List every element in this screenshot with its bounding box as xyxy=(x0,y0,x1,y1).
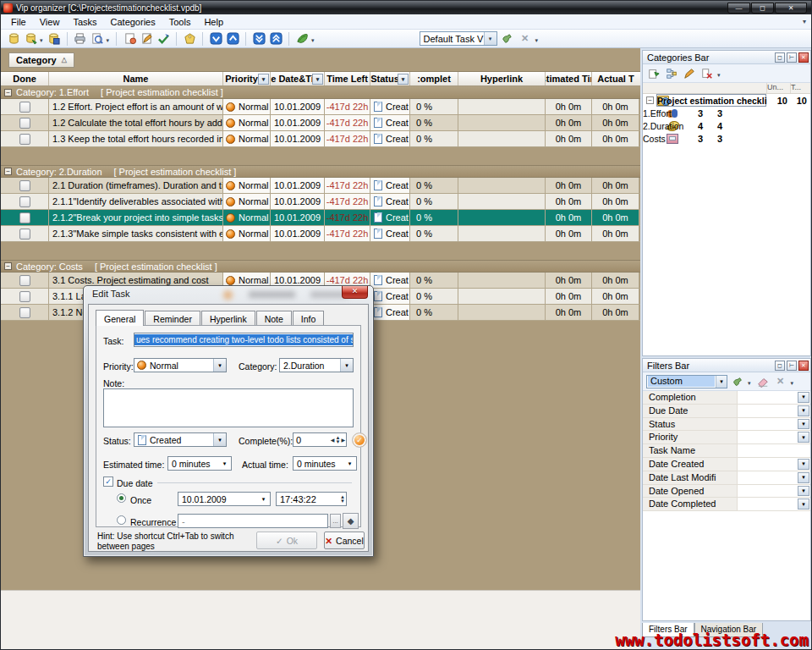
group-header[interactable]: −Category: 2.Duration[ Project estimatio… xyxy=(1,165,640,178)
collapse-group-icon[interactable]: − xyxy=(4,89,12,96)
once-radio[interactable] xyxy=(117,493,126,503)
new-task-icon[interactable] xyxy=(122,31,137,47)
expand-all-icon[interactable] xyxy=(251,31,266,47)
new-todo-list-icon[interactable] xyxy=(646,66,661,81)
status-dropdown-icon[interactable]: ▾ xyxy=(213,433,226,446)
filter-value[interactable] xyxy=(738,458,797,471)
clear-view-icon[interactable]: ✕ xyxy=(518,31,533,47)
task-input[interactable]: ues recommend creating two-level todo li… xyxy=(134,333,354,347)
menu-tasks[interactable]: Tasks xyxy=(66,15,103,29)
cancel-button[interactable]: ✕ Cancel xyxy=(324,532,365,549)
filter-dropdown-icon[interactable]: ▾ xyxy=(798,459,809,470)
filter-value[interactable] xyxy=(738,498,797,510)
collapse-group-icon[interactable]: − xyxy=(4,262,12,270)
filter-value[interactable] xyxy=(738,405,797,417)
due-date-filter-icon[interactable]: ▾ xyxy=(312,74,323,85)
task-view-combo[interactable]: Default Task V ▾ xyxy=(420,31,497,46)
task-row[interactable]: 1.3 Keep the total effort hours recorded… xyxy=(1,131,640,147)
view-combo-overflow-icon[interactable]: ▾ xyxy=(535,37,539,44)
status-combo[interactable]: Created ▾ xyxy=(134,432,227,447)
column-time-left[interactable]: Time Left xyxy=(325,72,370,85)
priority-dropdown-icon[interactable]: ▾ xyxy=(213,359,226,372)
recurrence-diamond-icon[interactable]: ◆ xyxy=(343,513,359,529)
menu-view[interactable]: View xyxy=(33,15,67,29)
task-checkbox[interactable] xyxy=(19,212,30,223)
categories-pin-icon[interactable]: ⊢ xyxy=(787,52,797,63)
new-category-icon[interactable] xyxy=(664,66,679,81)
print-icon[interactable] xyxy=(73,31,88,47)
complete-down-icon[interactable]: ▼ xyxy=(335,440,340,444)
collapse-tree-icon[interactable]: − xyxy=(646,96,654,104)
column-total[interactable]: T... xyxy=(790,83,810,93)
due-date-dropdown-icon[interactable]: ▾ xyxy=(257,493,270,505)
filter-dropdown-icon[interactable]: ▾ xyxy=(798,499,809,510)
open-database-icon[interactable] xyxy=(23,31,38,47)
complete-task-icon[interactable] xyxy=(156,31,171,47)
task-row[interactable]: 1.2 Effort. Project effort is an amount … xyxy=(1,99,640,115)
filters-pin-icon[interactable]: ⊢ xyxy=(787,361,797,371)
time-down-icon[interactable]: ▼ xyxy=(340,499,345,504)
task-checkbox[interactable] xyxy=(19,102,30,113)
column-priority[interactable]: Priority▾ xyxy=(223,72,271,85)
save-database-icon[interactable] xyxy=(47,31,62,47)
category-combo[interactable]: 2.Duration ▾ xyxy=(279,358,354,372)
recurrence-browse-button[interactable]: ... xyxy=(330,514,341,528)
filters-toolbar-overflow-icon[interactable]: ▾ xyxy=(791,380,794,387)
complete-left-icon[interactable]: ◀ xyxy=(331,437,335,443)
menu-tools[interactable]: Tools xyxy=(162,15,198,29)
filter-value[interactable] xyxy=(738,418,797,431)
category-tree-item[interactable]: 2.Duration44 xyxy=(643,119,810,132)
task-checkbox[interactable] xyxy=(19,118,30,129)
filter-value[interactable] xyxy=(738,444,810,457)
collapse-group-icon[interactable]: − xyxy=(4,168,12,175)
apply-filter-icon[interactable] xyxy=(730,374,745,389)
view-mode-icon[interactable] xyxy=(294,31,310,47)
task-row[interactable]: 2.1 Duration (timeframes). Duration and … xyxy=(1,178,640,194)
column-complete[interactable]: :omplet xyxy=(410,72,458,85)
category-tree-item[interactable]: −Project estimation checkli1010 xyxy=(643,94,810,107)
move-up-icon[interactable] xyxy=(225,31,240,47)
filter-dropdown-icon[interactable]: ▾ xyxy=(798,419,809,430)
restore-button[interactable]: ◻ xyxy=(751,3,774,14)
tab-general[interactable]: General xyxy=(96,310,144,326)
category-dropdown-icon[interactable]: ▾ xyxy=(340,359,353,372)
category-tree-item[interactable]: Costs33 xyxy=(643,132,810,145)
task-checkbox[interactable] xyxy=(19,291,30,302)
categories-toolbar-overflow-icon[interactable]: ▾ xyxy=(717,72,721,79)
column-estimated-time[interactable]: stimated Tin xyxy=(546,72,592,85)
complete-input[interactable]: 0 ◀ ▲▼ ▶ xyxy=(293,432,347,447)
task-row[interactable]: 2.1.2"Break your project into simple tas… xyxy=(1,210,640,226)
filter-value[interactable] xyxy=(738,391,797,404)
column-undone[interactable]: Un... xyxy=(766,83,790,93)
clear-filter-icon[interactable] xyxy=(755,374,771,389)
filter-preset-combo[interactable]: Custom ▾ xyxy=(646,375,727,388)
filter-value[interactable] xyxy=(738,471,797,484)
actual-dropdown-icon[interactable]: ▾ xyxy=(343,457,356,470)
filter-dropdown-icon[interactable]: ▾ xyxy=(798,392,809,403)
estimated-dropdown-icon[interactable]: ▾ xyxy=(218,457,231,470)
close-button[interactable]: ✕ xyxy=(775,3,807,14)
group-header[interactable]: −Category: 1.Effort[ Project estimation … xyxy=(1,86,640,99)
dialog-close-button[interactable]: ✕ xyxy=(342,286,368,299)
filters-close-icon[interactable]: ✕ xyxy=(798,361,809,371)
menubar-overflow-icon[interactable]: ▾ xyxy=(803,18,806,25)
filter-dropdown-icon[interactable]: ▾ xyxy=(798,432,809,443)
apply-filter-dropdown-icon[interactable]: ▾ xyxy=(748,380,751,387)
edit-category-icon[interactable] xyxy=(682,66,697,81)
ok-button[interactable]: ✓ Ok xyxy=(256,532,317,549)
column-status[interactable]: Status▾ xyxy=(370,72,410,85)
task-checkbox[interactable] xyxy=(19,196,30,207)
delete-category-icon[interactable] xyxy=(700,66,715,81)
open-dropdown-icon[interactable]: ▾ xyxy=(40,37,43,44)
complete-apply-icon[interactable]: ✓ xyxy=(352,432,367,448)
preview-dropdown-icon[interactable]: ▾ xyxy=(107,37,110,44)
priority-filter-icon[interactable]: ▾ xyxy=(258,74,269,85)
task-checkbox[interactable] xyxy=(19,307,30,318)
collapse-all-icon[interactable] xyxy=(268,31,283,47)
menu-file[interactable]: File xyxy=(4,15,33,29)
filter-value[interactable] xyxy=(738,485,797,498)
filter-value[interactable] xyxy=(738,431,797,443)
label-icon[interactable] xyxy=(182,31,197,47)
note-textarea[interactable] xyxy=(103,388,354,427)
task-checkbox[interactable] xyxy=(19,275,30,286)
